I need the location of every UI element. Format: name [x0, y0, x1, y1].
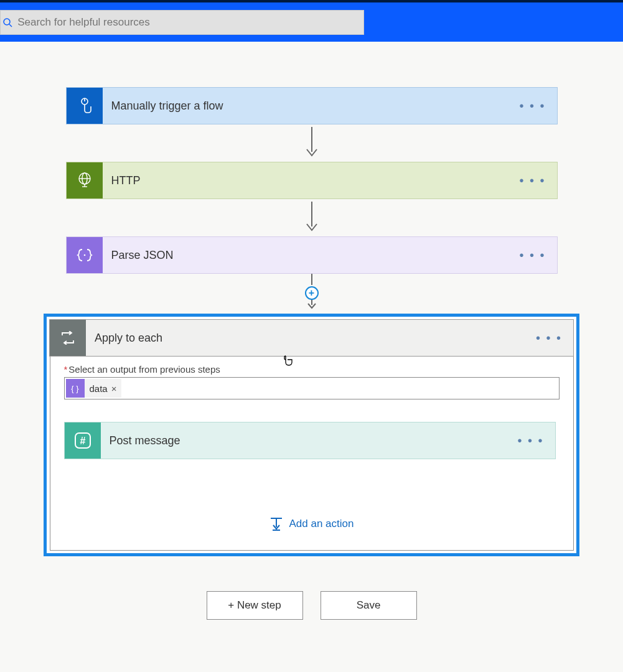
globe-icon [67, 162, 103, 198]
dynamic-token-data[interactable]: { } data × [66, 379, 122, 398]
apply-to-each-header[interactable]: Apply to each • • • [49, 319, 574, 357]
arrow-icon [305, 274, 319, 287]
save-button[interactable]: Save [321, 591, 417, 620]
new-step-button[interactable]: + New step [207, 591, 303, 620]
arrow-icon [305, 299, 319, 310]
arrow-icon [305, 124, 319, 162]
apply-to-each-body: *Select an output from previous steps { … [50, 357, 574, 551]
output-field-label: *Select an output from previous steps [64, 364, 560, 375]
add-action-button[interactable]: Add an action [64, 516, 560, 531]
footer-buttons: + New step Save [207, 591, 417, 620]
step-parse-json[interactable]: Parse JSON • • • [66, 236, 558, 274]
search-box[interactable] [0, 10, 364, 35]
add-step-icon[interactable]: + [305, 286, 319, 300]
svg-point-10 [83, 254, 85, 256]
loop-icon [50, 320, 86, 356]
step-label: HTTP [111, 174, 141, 187]
svg-point-0 [4, 19, 10, 25]
step-label: Parse JSON [111, 249, 174, 262]
touch-icon [67, 88, 103, 124]
more-icon[interactable]: • • • [517, 434, 543, 448]
flow-canvas: Manually trigger a flow • • • HTTP • • •… [0, 42, 623, 620]
svg-text:#: # [80, 436, 85, 446]
more-icon[interactable]: • • • [519, 99, 545, 113]
output-token-input[interactable]: { } data × [64, 377, 560, 399]
top-bar [0, 0, 623, 42]
step-http[interactable]: HTTP • • • [66, 162, 558, 199]
arrow-icon [305, 199, 319, 236]
step-apply-to-each: Apply to each • • • *Select an output fr… [44, 314, 579, 556]
step-label: Manually trigger a flow [111, 100, 223, 113]
more-icon[interactable]: • • • [536, 331, 562, 345]
search-icon [2, 17, 12, 28]
more-icon[interactable]: • • • [519, 248, 545, 263]
step-post-message[interactable]: # Post message • • • [64, 422, 556, 459]
close-icon[interactable]: × [111, 383, 117, 394]
json-icon: { } [66, 379, 85, 398]
more-icon[interactable]: • • • [519, 174, 545, 188]
search-input[interactable] [17, 16, 363, 29]
svg-line-1 [9, 24, 12, 27]
hash-icon: # [65, 422, 101, 459]
json-icon [67, 237, 103, 273]
step-label: Apply to each [95, 332, 162, 345]
token-label: data [90, 383, 108, 394]
step-manual-trigger[interactable]: Manually trigger a flow • • • [66, 87, 558, 124]
insert-icon [269, 516, 283, 531]
step-label: Post message [110, 434, 180, 447]
add-action-label: Add an action [289, 518, 354, 530]
